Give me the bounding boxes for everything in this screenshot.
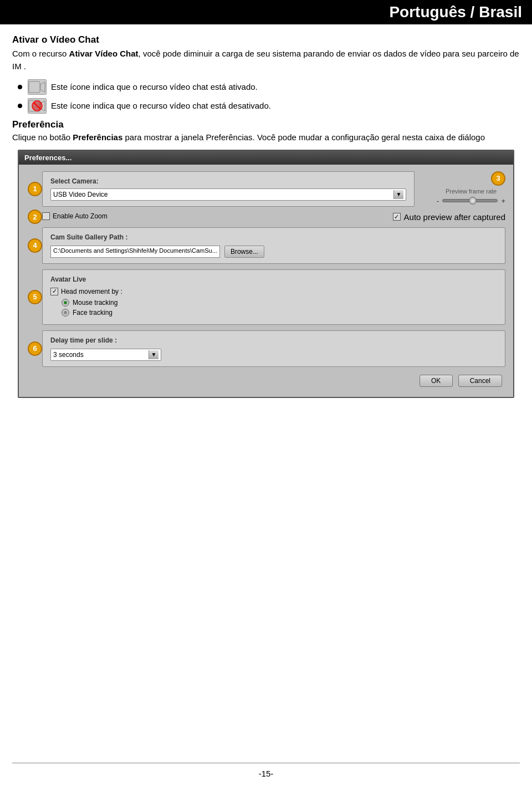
section-ativar-body: Com o recurso Ativar Vídeo Chat, você po… — [12, 48, 520, 73]
vchat-disabled-icon — [28, 98, 47, 114]
preview-label: Preview frame rate — [446, 188, 497, 195]
delay-label: Delay time per slide : — [50, 336, 497, 344]
preferences-dialog: Preferences... 1 Select Camera: USB Vide… — [18, 150, 514, 398]
avatar-section: Avatar Live Head movement by : Mouse tra… — [42, 269, 505, 325]
circle-3: 3 — [491, 171, 505, 186]
dropdown-arrow: ▼ — [393, 190, 403, 199]
section-camera-block: 1 Select Camera: USB Video Device ▼ — [42, 171, 415, 207]
dialog-sections: 1 Select Camera: USB Video Device ▼ 3 — [42, 171, 505, 367]
circle-6: 6 — [28, 341, 42, 356]
head-movement-checkbox[interactable] — [50, 288, 58, 295]
vchat-active-icon — [28, 79, 47, 95]
mouse-tracking-row: Mouse tracking — [62, 299, 497, 307]
delay-dropdown-arrow: ▼ — [149, 350, 158, 359]
auto-preview-row: Auto preview after captured — [393, 212, 505, 222]
browse-button[interactable]: Browse... — [224, 246, 264, 258]
bullet-dot-active — [18, 85, 22, 89]
slider-plus: + — [501, 197, 505, 205]
mouse-tracking-radio[interactable] — [62, 299, 69, 307]
head-movement-label: Head movement by : — [61, 288, 122, 295]
svg-marker-1 — [40, 82, 45, 92]
select-camera-label: Select Camera: — [50, 177, 406, 185]
face-tracking-radio[interactable] — [62, 309, 69, 317]
avatar-section-wrapper: 5 Avatar Live Head movement by : Mouse t… — [42, 269, 505, 325]
cancel-button[interactable]: Cancel — [458, 375, 502, 387]
avatar-live-label: Avatar Live — [50, 275, 497, 283]
bullet-disabled-text: Este ícone indica que o recurso vídeo ch… — [51, 100, 271, 113]
auto-zoom-block: 2 Enable Auto Zoom — [42, 212, 387, 222]
bullet-item-active: Este ícone indica que o recurso vídeo ch… — [18, 79, 520, 95]
page-footer: -15- — [12, 763, 520, 778]
slider-minus: - — [437, 197, 439, 205]
face-tracking-row: Face tracking — [62, 309, 497, 317]
bullet-item-disabled: Este ícone indica que o recurso vídeo ch… — [18, 98, 520, 114]
main-content: Ativar o Vídeo Chat Com o recurso Ativar… — [0, 24, 532, 404]
slider-thumb[interactable] — [469, 197, 477, 205]
gallery-path-label: Cam Suite Gallery Path : — [50, 233, 497, 241]
slider-track[interactable] — [442, 199, 498, 202]
gallery-section: Cam Suite Gallery Path : C:\Documents an… — [42, 227, 505, 264]
circle-4: 4 — [28, 238, 42, 253]
auto-preview-label: Auto preview after captured — [404, 212, 505, 222]
delay-section: Delay time per slide : 3 seconds ▼ — [42, 330, 505, 367]
circle-1: 1 — [28, 182, 42, 196]
slider-row: - + — [437, 197, 505, 205]
gallery-path-field[interactable]: C:\Documents and Settings\Shihfei\My Doc… — [50, 246, 220, 258]
circle-2: 2 — [28, 210, 42, 224]
section-ativar-title: Ativar o Vídeo Chat — [12, 34, 520, 45]
auto-zoom-checkbox-row: Enable Auto Zoom — [42, 212, 387, 220]
gallery-path-row: C:\Documents and Settings\Shihfei\My Doc… — [50, 246, 497, 258]
auto-zoom-preview-row: 2 Enable Auto Zoom Auto preview after ca… — [42, 212, 505, 222]
face-tracking-label: Face tracking — [73, 309, 112, 317]
auto-zoom-checkbox[interactable] — [42, 212, 50, 220]
delay-dropdown[interactable]: 3 seconds ▼ — [50, 349, 161, 361]
section-camera-row: 1 Select Camera: USB Video Device ▼ 3 — [42, 171, 505, 207]
dialog-body: 1 Select Camera: USB Video Device ▼ 3 — [19, 165, 513, 397]
delay-value: 3 seconds — [53, 351, 149, 359]
header-title: Português / Brasil — [389, 3, 522, 21]
svg-rect-0 — [29, 81, 40, 93]
dialog-title: Preferences... — [24, 154, 71, 162]
auto-zoom-label: Enable Auto Zoom — [53, 212, 108, 220]
bullet-active-text: Este ícone indica que o recurso vídeo ch… — [51, 81, 258, 94]
gallery-section-wrapper: 4 Cam Suite Gallery Path : C:\Documents … — [42, 227, 505, 264]
preview-area: 3 Preview frame rate - + — [420, 171, 505, 207]
mouse-tracking-label: Mouse tracking — [73, 299, 117, 307]
auto-preview-checkbox[interactable] — [393, 213, 401, 221]
dialog-footer: OK Cancel — [27, 372, 505, 389]
delay-section-wrapper: 6 Delay time per slide : 3 seconds ▼ — [42, 330, 505, 367]
camera-dropdown[interactable]: USB Video Device ▼ — [50, 188, 406, 201]
bullet-dot-disabled — [18, 104, 22, 108]
header-bar: Português / Brasil — [0, 0, 532, 24]
ok-button[interactable]: OK — [420, 375, 453, 387]
dialog-titlebar: Preferences... — [19, 151, 513, 165]
radio-inner-face — [64, 311, 67, 314]
page-number: -15- — [259, 769, 274, 778]
pref-section-title: Preferência — [12, 119, 520, 130]
pref-section-body: Clique no botão Preferências para mostra… — [12, 131, 520, 144]
camera-dropdown-value: USB Video Device — [53, 191, 393, 198]
bullet-list: Este ícone indica que o recurso vídeo ch… — [18, 79, 520, 114]
camera-section: Select Camera: USB Video Device ▼ — [42, 171, 415, 207]
circle-5: 5 — [28, 290, 42, 304]
radio-inner-mouse — [64, 301, 67, 304]
head-movement-row: Head movement by : — [50, 288, 497, 295]
preview-frame-rate-area: Preview frame rate - + — [437, 188, 505, 205]
